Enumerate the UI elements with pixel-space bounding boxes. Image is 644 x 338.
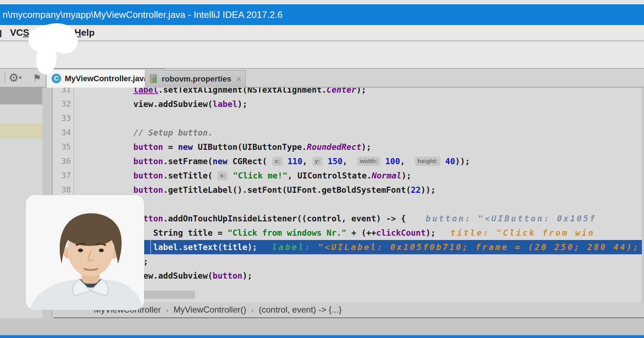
clipped-menu-item [0,30,1,37]
left-panel-header-band [0,88,42,104]
left-panel-highlight-band [0,123,42,139]
annotation-blob [21,20,80,81]
status-bar-area [0,318,644,335]
code-line-32[interactable]: view.addSubview(label); [54,97,644,111]
title-bar: n\mycompany\myapp\MyViewController.java … [0,4,644,25]
code-line-31[interactable]: label.setTextAlignment(NSTextAlignment.C… [54,88,644,97]
gear-icon: ⚙ [9,71,19,84]
toolbar-area [0,42,644,68]
code-line-37[interactable]: button.setTitle( s: "Click me!", UIContr… [54,168,644,183]
code-line-34[interactable]: // Setup button. [54,126,644,140]
code-line-33[interactable] [54,111,644,126]
ide-window: n\mycompany\myapp\MyViewController.java … [0,0,644,338]
breadcrumb-chevron-icon: › [166,306,169,314]
properties-file-icon [149,74,158,84]
toolbar-separator [5,72,5,84]
code-line-38[interactable]: button.getTitleLabel().setFont(UIFont.ge… [54,183,644,197]
webcam-overlay [26,195,144,310]
screen-top-strip [0,0,644,4]
code-line-35[interactable]: button = new UIButton(UIButtonType.Round… [54,140,644,154]
code-line-36[interactable]: button.setFrame(new CGRect( x: 110, y: 1… [54,154,644,168]
tab-label: robovm.properties [162,74,231,84]
tab-robovm-properties[interactable]: robovm.properties × [145,70,246,88]
bottom-window-strip [0,335,644,338]
horizontal-scrollbar[interactable] [138,291,195,299]
breadcrumb-item[interactable]: MyViewController() [174,305,247,314]
breadcrumb-item[interactable]: (control, event) -> {...} [259,305,341,314]
window-title: n\mycompany\myapp\MyViewController.java … [3,9,283,20]
close-icon[interactable]: × [236,75,241,83]
breadcrumb-chevron-icon: › [251,306,254,314]
settings-button[interactable]: ⚙▾ [9,69,21,87]
editor-tab-bar: ⚙▾ ⚑ C MyViewController.java × robovm.pr… [0,68,644,88]
presenter-avatar [26,195,144,310]
menu-bar: VCS Help [0,25,644,41]
